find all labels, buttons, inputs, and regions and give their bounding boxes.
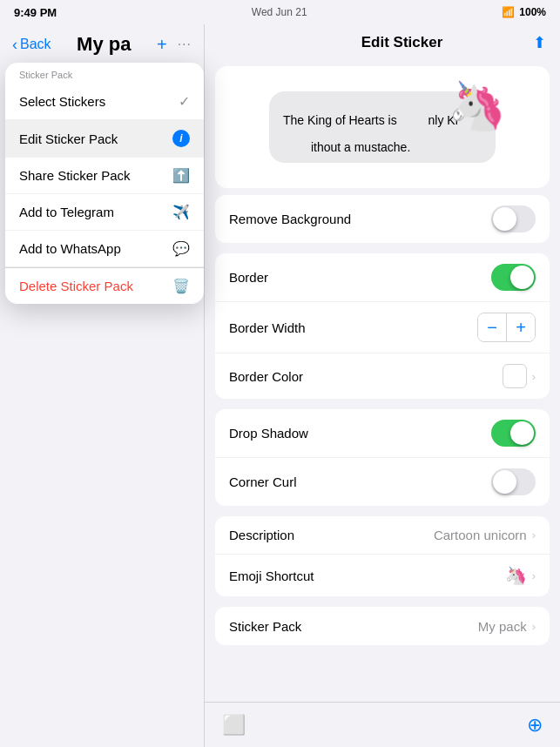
back-label: Back [20,37,51,52]
settings-container: Remove Background Border Border Width [205,195,560,702]
stepper-increase[interactable]: + [507,313,535,341]
battery-icon: 100% [519,6,546,18]
delete-sticker-pack-item[interactable]: Delete Sticker Pack 🗑️ [5,268,204,304]
drop-shadow-label: Drop Shadow [229,426,308,441]
right-panel: Edit Sticker ⬆ The King of Hearts is nly… [205,24,560,747]
pack-section: Sticker Pack My pack › [215,607,550,645]
description-row[interactable]: Description Cartoon unicorn › [215,516,550,555]
effects-section: Drop Shadow Corner Curl [215,409,550,506]
border-label: Border [229,270,268,285]
border-toggle[interactable] [491,264,536,291]
left-panel-title: My pa [77,33,131,56]
share-sticker-pack-item[interactable]: Share Sticker Pack ⬆️ [5,158,204,194]
speech-bubble-text: The King of Hearts is [283,113,401,127]
sticker-preview: The King of Hearts is nly Ki ithout a mu… [215,66,550,188]
left-panel: ‹ Back My pa + ··· 🍍 Pineapple 🌈 Rainbow… [0,24,205,747]
add-whatsapp-item[interactable]: Add to WhatsApp 💬 [5,231,204,267]
sticker-character: 🦄 [448,78,506,133]
add-telegram-label: Add to Telegram [19,205,114,219]
share-sticker-pack-icon: ⬆️ [172,167,190,184]
speech-bubble-text3: ithout a mustache. [311,140,410,154]
status-date: Wed Jun 21 [252,6,307,18]
delete-sticker-pack-label: Delete Sticker Pack [19,279,133,293]
add-icon[interactable]: + [157,35,167,55]
sticker-pack-label: Sticker Pack [229,619,301,634]
chevron-right-icon: › [532,528,536,542]
more-icon[interactable]: ··· [178,37,192,52]
corner-curl-toggle[interactable] [491,468,536,495]
select-stickers-icon: ✓ [179,93,190,110]
select-stickers-item[interactable]: Select Stickers ✓ [5,84,204,120]
select-stickers-label: Select Stickers [19,94,105,109]
share-sticker-pack-label: Share Sticker Pack [19,168,131,183]
toolbar-right-icon[interactable]: ⊕ [527,714,543,737]
border-width-row: Border Width − + [215,302,550,353]
right-nav-icons: ⬆ [533,33,546,52]
bottom-toolbar: ⬜ ⊕ [205,702,560,747]
sticker-pack-text: My pack [478,619,527,634]
add-whatsapp-label: Add to WhatsApp [19,241,121,256]
border-width-stepper: − + [477,313,536,342]
remove-background-toggle[interactable] [491,205,536,232]
color-swatch [503,364,527,388]
edit-sticker-pack-item[interactable]: Edit Sticker Pack i [5,120,204,158]
description-label: Description [229,528,294,542]
chevron-right-icon: › [532,370,536,383]
border-width-label: Border Width [229,320,306,335]
delete-sticker-pack-icon: 🗑️ [172,278,190,294]
edit-sticker-pack-label: Edit Sticker Pack [19,131,118,146]
sticker-pack-row[interactable]: Sticker Pack My pack › [215,607,550,645]
emoji-shortcut-label: Emoji Shortcut [229,569,314,583]
toolbar-left-icon[interactable]: ⬜ [222,714,246,737]
border-row: Border [215,253,550,302]
chevron-right-icon: › [532,620,536,633]
right-nav: Edit Sticker ⬆ [205,24,560,59]
add-telegram-icon: ✈️ [172,204,190,220]
status-bar: 9:49 PM Wed Jun 21 📶 100% [0,0,560,24]
left-nav-icons: + ··· [157,35,192,55]
toggle-knob [510,421,534,445]
toggle-knob [493,470,516,494]
description-value: Cartoon unicorn › [434,528,536,542]
left-nav: ‹ Back My pa + ··· [0,24,204,63]
chevron-right-icon: › [532,569,536,582]
emoji-shortcut-row[interactable]: Emoji Shortcut 🦄 › [215,555,550,596]
status-right: 📶 100% [502,6,546,18]
share-icon[interactable]: ⬆ [533,33,546,52]
remove-background-label: Remove Background [229,212,351,226]
status-time: 9:49 PM [14,6,57,19]
drop-shadow-toggle[interactable] [491,420,536,447]
add-telegram-item[interactable]: Add to Telegram ✈️ [5,194,204,231]
corner-curl-label: Corner Curl [229,474,297,489]
back-arrow-icon: ‹ [12,36,17,54]
dropdown-menu: Sticker Pack Select Stickers ✓ Edit Stic… [5,63,204,304]
app-container: ‹ Back My pa + ··· 🍍 Pineapple 🌈 Rainbow… [0,24,560,747]
toggle-knob [510,266,534,289]
background-section: Remove Background [215,195,550,243]
dropdown-section-header: Sticker Pack [5,63,204,84]
wifi-icon: 📶 [502,6,515,18]
border-color-row[interactable]: Border Color › [215,353,550,399]
remove-background-row: Remove Background [215,195,550,243]
border-section: Border Border Width − + Border Color [215,253,550,399]
edit-sticker-pack-icon: i [172,130,190,147]
stepper-decrease[interactable]: − [478,313,506,341]
add-whatsapp-icon: 💬 [172,240,190,257]
description-text: Cartoon unicorn [434,528,527,542]
corner-curl-row: Corner Curl [215,458,550,506]
back-button[interactable]: ‹ Back [12,36,51,54]
border-color-label: Border Color [229,369,303,384]
emoji-shortcut-emoji: 🦄 [505,565,527,586]
emoji-shortcut-value: 🦄 › [505,565,536,586]
toggle-knob [493,207,516,231]
right-panel-title: Edit Sticker [361,34,443,51]
meta-section: Description Cartoon unicorn › Emoji Shor… [215,516,550,596]
drop-shadow-row: Drop Shadow [215,409,550,458]
sticker-pack-value: My pack › [478,619,536,634]
border-color-value: › [503,364,536,388]
